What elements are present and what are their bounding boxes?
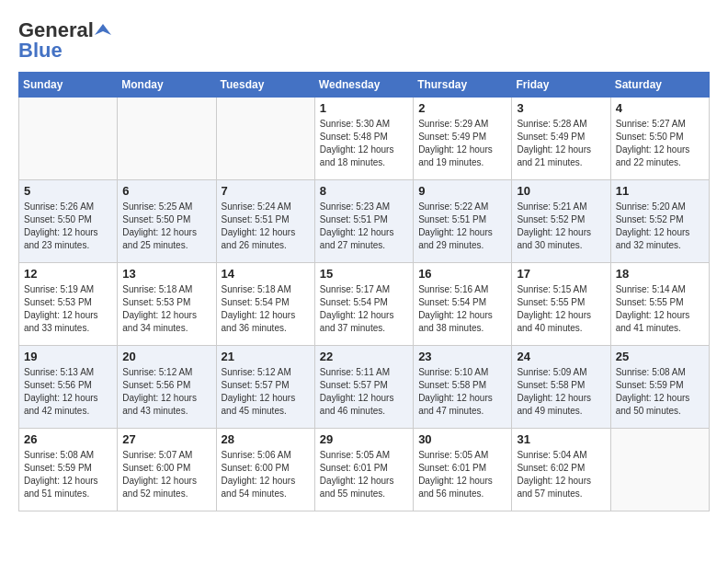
- day-info: Sunrise: 5:12 AM Sunset: 5:56 PM Dayligh…: [122, 366, 210, 418]
- day-number: 31: [517, 432, 605, 446]
- day-info: Sunrise: 5:28 AM Sunset: 5:49 PM Dayligh…: [517, 118, 605, 169]
- day-number: 24: [517, 350, 605, 363]
- calendar-cell: 12Sunrise: 5:19 AM Sunset: 5:53 PM Dayli…: [19, 263, 118, 346]
- day-number: 5: [24, 184, 112, 198]
- day-info: Sunrise: 5:06 AM Sunset: 6:00 PM Dayligh…: [222, 449, 310, 500]
- calendar-cell: 21Sunrise: 5:12 AM Sunset: 5:57 PM Dayli…: [216, 346, 314, 429]
- logo: General Blue: [18, 18, 112, 63]
- calendar-cell: 14Sunrise: 5:18 AM Sunset: 5:54 PM Dayli…: [216, 263, 314, 346]
- day-info: Sunrise: 5:07 AM Sunset: 6:00 PM Dayligh…: [122, 449, 210, 500]
- day-number: 20: [122, 350, 210, 363]
- day-info: Sunrise: 5:04 AM Sunset: 6:02 PM Dayligh…: [517, 449, 605, 500]
- calendar-cell: 13Sunrise: 5:18 AM Sunset: 5:53 PM Dayli…: [118, 263, 216, 346]
- calendar-cell: 1Sunrise: 5:30 AM Sunset: 5:48 PM Daylig…: [314, 98, 413, 180]
- calendar-cell: 31Sunrise: 5:04 AM Sunset: 6:02 PM Dayli…: [512, 429, 610, 511]
- day-number: 30: [418, 432, 506, 446]
- day-info: Sunrise: 5:18 AM Sunset: 5:54 PM Dayligh…: [222, 283, 310, 335]
- calendar-cell: 22Sunrise: 5:11 AM Sunset: 5:57 PM Dayli…: [314, 346, 413, 429]
- day-number: 6: [122, 184, 210, 198]
- logo-bird-icon: [95, 22, 111, 39]
- calendar-cell: [216, 98, 314, 180]
- col-header-saturday: Saturday: [610, 73, 709, 98]
- col-header-tuesday: Tuesday: [216, 73, 314, 98]
- day-number: 11: [616, 184, 704, 198]
- day-info: Sunrise: 5:16 AM Sunset: 5:54 PM Dayligh…: [418, 283, 506, 335]
- col-header-wednesday: Wednesday: [314, 73, 413, 98]
- day-number: 17: [517, 267, 605, 281]
- day-number: 26: [24, 432, 112, 446]
- calendar-cell: 6Sunrise: 5:25 AM Sunset: 5:50 PM Daylig…: [118, 180, 216, 263]
- day-info: Sunrise: 5:18 AM Sunset: 5:53 PM Dayligh…: [122, 283, 210, 335]
- day-info: Sunrise: 5:12 AM Sunset: 5:57 PM Dayligh…: [222, 366, 310, 418]
- day-number: 10: [517, 184, 605, 198]
- calendar-cell: 27Sunrise: 5:07 AM Sunset: 6:00 PM Dayli…: [118, 429, 216, 511]
- day-number: 18: [616, 267, 704, 281]
- calendar-cell: 29Sunrise: 5:05 AM Sunset: 6:01 PM Dayli…: [314, 429, 413, 511]
- day-number: 3: [517, 101, 605, 115]
- col-header-thursday: Thursday: [414, 73, 512, 98]
- day-info: Sunrise: 5:09 AM Sunset: 5:58 PM Dayligh…: [517, 366, 605, 418]
- day-number: 16: [418, 267, 506, 281]
- day-info: Sunrise: 5:19 AM Sunset: 5:53 PM Dayligh…: [24, 283, 112, 335]
- day-number: 22: [320, 350, 408, 363]
- calendar-week-row: 12Sunrise: 5:19 AM Sunset: 5:53 PM Dayli…: [19, 263, 710, 346]
- day-number: 14: [222, 267, 310, 281]
- day-number: 9: [418, 184, 506, 198]
- calendar-cell: 3Sunrise: 5:28 AM Sunset: 5:49 PM Daylig…: [512, 98, 610, 180]
- calendar-cell: 9Sunrise: 5:22 AM Sunset: 5:51 PM Daylig…: [414, 180, 512, 263]
- day-info: Sunrise: 5:15 AM Sunset: 5:55 PM Dayligh…: [517, 283, 605, 335]
- day-number: 25: [616, 350, 704, 363]
- day-info: Sunrise: 5:08 AM Sunset: 5:59 PM Dayligh…: [616, 366, 704, 418]
- page-header: General Blue: [18, 18, 710, 63]
- day-info: Sunrise: 5:21 AM Sunset: 5:52 PM Dayligh…: [517, 201, 605, 252]
- day-info: Sunrise: 5:13 AM Sunset: 5:56 PM Dayligh…: [24, 366, 112, 418]
- day-number: 21: [222, 350, 310, 363]
- day-number: 29: [320, 432, 408, 446]
- col-header-monday: Monday: [118, 73, 216, 98]
- calendar-cell: 23Sunrise: 5:10 AM Sunset: 5:58 PM Dayli…: [414, 346, 512, 429]
- day-info: Sunrise: 5:20 AM Sunset: 5:52 PM Dayligh…: [616, 201, 704, 252]
- calendar-cell: 28Sunrise: 5:06 AM Sunset: 6:00 PM Dayli…: [216, 429, 314, 511]
- col-header-friday: Friday: [512, 73, 610, 98]
- calendar-cell: 24Sunrise: 5:09 AM Sunset: 5:58 PM Dayli…: [512, 346, 610, 429]
- day-info: Sunrise: 5:17 AM Sunset: 5:54 PM Dayligh…: [320, 283, 408, 335]
- day-number: 15: [320, 267, 408, 281]
- calendar-week-row: 1Sunrise: 5:30 AM Sunset: 5:48 PM Daylig…: [19, 98, 710, 180]
- day-number: 1: [320, 101, 408, 115]
- calendar-cell: 16Sunrise: 5:16 AM Sunset: 5:54 PM Dayli…: [414, 263, 512, 346]
- day-info: Sunrise: 5:24 AM Sunset: 5:51 PM Dayligh…: [222, 201, 310, 252]
- calendar-cell: 18Sunrise: 5:14 AM Sunset: 5:55 PM Dayli…: [610, 263, 709, 346]
- calendar-cell: 19Sunrise: 5:13 AM Sunset: 5:56 PM Dayli…: [19, 346, 118, 429]
- day-info: Sunrise: 5:10 AM Sunset: 5:58 PM Dayligh…: [418, 366, 506, 418]
- day-number: 28: [222, 432, 310, 446]
- calendar-cell: 10Sunrise: 5:21 AM Sunset: 5:52 PM Dayli…: [512, 180, 610, 263]
- calendar-cell: 7Sunrise: 5:24 AM Sunset: 5:51 PM Daylig…: [216, 180, 314, 263]
- calendar-header-row: SundayMondayTuesdayWednesdayThursdayFrid…: [19, 73, 710, 98]
- calendar-cell: 11Sunrise: 5:20 AM Sunset: 5:52 PM Dayli…: [610, 180, 709, 263]
- day-number: 12: [24, 267, 112, 281]
- calendar-cell: [19, 98, 118, 180]
- logo-blue: Blue: [18, 39, 63, 63]
- calendar-cell: 15Sunrise: 5:17 AM Sunset: 5:54 PM Dayli…: [314, 263, 413, 346]
- day-number: 2: [418, 101, 506, 115]
- calendar-cell: 30Sunrise: 5:05 AM Sunset: 6:01 PM Dayli…: [414, 429, 512, 511]
- calendar-cell: 20Sunrise: 5:12 AM Sunset: 5:56 PM Dayli…: [118, 346, 216, 429]
- day-number: 23: [418, 350, 506, 363]
- calendar-week-row: 5Sunrise: 5:26 AM Sunset: 5:50 PM Daylig…: [19, 180, 710, 263]
- day-info: Sunrise: 5:26 AM Sunset: 5:50 PM Dayligh…: [24, 201, 112, 252]
- day-info: Sunrise: 5:29 AM Sunset: 5:49 PM Dayligh…: [418, 118, 506, 169]
- day-number: 4: [616, 101, 704, 115]
- day-number: 13: [122, 267, 210, 281]
- calendar-week-row: 19Sunrise: 5:13 AM Sunset: 5:56 PM Dayli…: [19, 346, 710, 429]
- day-info: Sunrise: 5:14 AM Sunset: 5:55 PM Dayligh…: [616, 283, 704, 335]
- calendar-cell: 5Sunrise: 5:26 AM Sunset: 5:50 PM Daylig…: [19, 180, 118, 263]
- day-info: Sunrise: 5:05 AM Sunset: 6:01 PM Dayligh…: [320, 449, 408, 500]
- calendar-cell: 4Sunrise: 5:27 AM Sunset: 5:50 PM Daylig…: [610, 98, 709, 180]
- calendar-cell: 25Sunrise: 5:08 AM Sunset: 5:59 PM Dayli…: [610, 346, 709, 429]
- day-info: Sunrise: 5:05 AM Sunset: 6:01 PM Dayligh…: [418, 449, 506, 500]
- calendar-cell: 2Sunrise: 5:29 AM Sunset: 5:49 PM Daylig…: [414, 98, 512, 180]
- calendar-cell: 17Sunrise: 5:15 AM Sunset: 5:55 PM Dayli…: [512, 263, 610, 346]
- day-info: Sunrise: 5:23 AM Sunset: 5:51 PM Dayligh…: [320, 201, 408, 252]
- svg-marker-0: [95, 24, 111, 35]
- calendar-cell: 8Sunrise: 5:23 AM Sunset: 5:51 PM Daylig…: [314, 180, 413, 263]
